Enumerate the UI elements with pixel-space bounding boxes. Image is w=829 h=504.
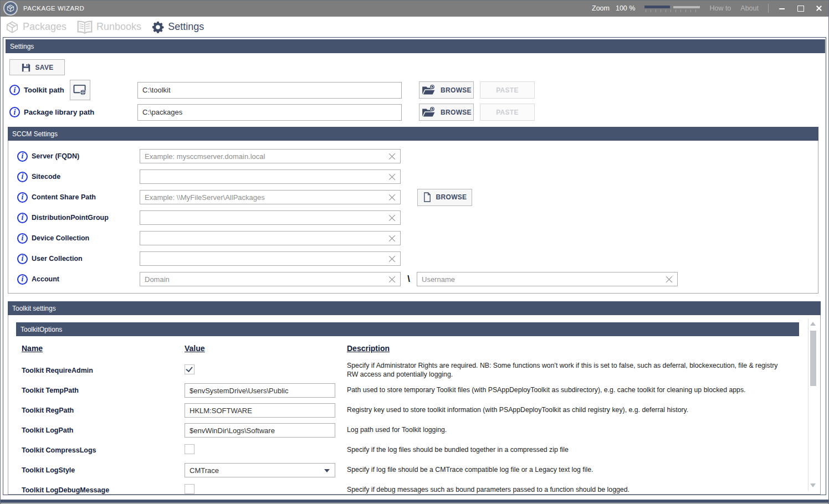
clear-icon[interactable]	[388, 152, 396, 161]
sccm-field-input[interactable]	[140, 169, 401, 184]
sccm-field-input[interactable]	[140, 251, 401, 266]
toolkit-options-table: Name Value Description Toolkit RequireAd…	[22, 344, 782, 495]
info-icon[interactable]: i	[17, 151, 28, 162]
tab-runbooks-label: Runbooks	[96, 21, 141, 33]
tab-settings[interactable]: Settings	[151, 20, 204, 34]
sccm-field-row: iUser Collection	[17, 251, 818, 266]
info-icon[interactable]: i	[17, 233, 28, 244]
account-username-input[interactable]	[417, 272, 678, 286]
toolkit-path-paste-button[interactable]: PASTE	[480, 81, 535, 99]
clear-icon[interactable]	[665, 275, 673, 284]
save-floppy-icon	[21, 63, 31, 73]
checkbox[interactable]	[185, 484, 195, 494]
clear-icon[interactable]	[388, 275, 396, 284]
toolkit-option-description: Registry key used to store toolkit infor…	[347, 406, 782, 415]
scroll-down-icon[interactable]	[810, 484, 816, 487]
save-button[interactable]: SAVE	[9, 59, 65, 75]
package-library-path-label: Package library path	[24, 108, 94, 116]
column-header-description: Description	[347, 344, 782, 353]
paste-label: PASTE	[496, 86, 519, 94]
value-input[interactable]	[185, 423, 335, 438]
info-icon[interactable]: i	[17, 274, 28, 285]
toolkit-option-description: Specify if debug messages such as bound …	[347, 486, 782, 495]
toolkit-option-row: Toolkit LogPathLog path used for Toolkit…	[22, 420, 782, 440]
info-icon[interactable]: i	[17, 213, 28, 223]
window-bottom-border	[0, 500, 829, 503]
sccm-field-label: DistributionPointGroup	[32, 214, 109, 222]
book-icon	[76, 20, 93, 34]
toolkit-path-row: i Toolkit path BROWSE PASTE	[9, 80, 535, 100]
column-header-value: Value	[185, 344, 347, 353]
scrollbar-thumb[interactable]	[810, 331, 816, 386]
toolkit-option-value	[185, 444, 347, 456]
toolkit-option-row: Toolkit LogDebugMessageSpecify if debug …	[22, 480, 782, 495]
toolkit-option-name: Toolkit RegPath	[22, 407, 185, 414]
howto-link[interactable]: How to	[709, 4, 731, 12]
sccm-field-input[interactable]	[140, 190, 401, 204]
main-navigation: Packages Runbooks Settings	[1, 17, 828, 37]
about-link[interactable]: About	[740, 4, 759, 12]
package-library-browse-button[interactable]: BROWSE	[419, 104, 474, 121]
tab-settings-label: Settings	[168, 21, 204, 33]
value-input[interactable]	[185, 403, 335, 418]
sccm-field-input[interactable]	[140, 149, 401, 163]
info-icon[interactable]: i	[17, 172, 28, 182]
sccm-field-label: Server (FQDN)	[32, 152, 79, 160]
zoom-slider-filled	[644, 6, 670, 8]
tab-runbooks[interactable]: Runbooks	[76, 20, 141, 34]
info-icon[interactable]: i	[9, 85, 20, 95]
toolkit-option-name: Toolkit TempPath	[22, 387, 185, 394]
tab-packages[interactable]: Packages	[5, 20, 66, 34]
info-icon[interactable]: i	[9, 107, 20, 117]
toolkit-option-value	[185, 484, 347, 495]
sccm-field-input[interactable]	[140, 210, 401, 225]
toolkit-option-name: Toolkit LogStyle	[22, 466, 185, 474]
maximize-button[interactable]	[796, 4, 805, 13]
sccm-field-row: iDistributionPointGroup	[17, 210, 818, 225]
input-wrap	[185, 423, 335, 438]
info-icon[interactable]: i	[17, 254, 28, 264]
checkbox[interactable]	[185, 444, 195, 454]
zoom-slider[interactable]	[644, 4, 700, 12]
package-cube-icon	[5, 20, 19, 34]
close-button[interactable]	[815, 4, 823, 13]
vertical-scrollbar[interactable]	[808, 318, 817, 491]
toolkit-section-header: Toolkit settings	[8, 301, 821, 315]
info-icon[interactable]: i	[17, 192, 28, 203]
clear-icon[interactable]	[388, 193, 396, 202]
input-wrap	[137, 104, 402, 121]
package-library-path-input[interactable]	[137, 104, 402, 121]
clear-icon[interactable]	[388, 234, 396, 243]
toolkit-path-label: Toolkit path	[24, 86, 64, 94]
clear-icon[interactable]	[388, 173, 396, 181]
scroll-up-icon[interactable]	[810, 322, 816, 326]
checkmark-icon	[186, 365, 192, 372]
titlebar-separator	[768, 4, 769, 13]
sccm-field-input[interactable]	[140, 231, 401, 245]
column-header-name: Name	[22, 344, 185, 353]
monitor-globe-icon	[73, 84, 87, 96]
logstyle-select[interactable]: CMTrace	[185, 463, 335, 477]
minimize-button[interactable]	[778, 4, 787, 13]
toolkit-option-row: Toolkit LogStyleCMTraceSpecify if log fi…	[22, 460, 782, 480]
toolkit-path-input[interactable]	[137, 82, 402, 99]
titlebar-controls: Zoom 100 % How to About	[592, 0, 823, 17]
checkbox[interactable]	[185, 364, 195, 374]
zoom-slider-ticks	[646, 9, 698, 12]
toolkit-path-browse-button[interactable]: BROWSE	[419, 81, 474, 99]
account-domain-input[interactable]	[140, 272, 401, 286]
sccm-field-row: iServer (FQDN)	[17, 149, 818, 163]
input-wrap	[137, 82, 402, 99]
package-library-paste-button[interactable]: PASTE	[480, 104, 535, 121]
clear-icon[interactable]	[388, 214, 396, 222]
sccm-field-label: Sitecode	[32, 173, 60, 181]
content-share-browse-button[interactable]: BROWSE	[417, 189, 472, 206]
toolkit-option-value	[185, 403, 347, 418]
value-input[interactable]	[185, 383, 335, 398]
clear-icon[interactable]	[388, 255, 396, 263]
caret-down-icon	[324, 469, 330, 472]
toolkit-option-name: Toolkit CompressLogs	[22, 446, 185, 454]
download-toolkit-button[interactable]	[70, 80, 90, 100]
zoom-value: 100 %	[616, 4, 635, 12]
gear-icon	[151, 20, 165, 34]
